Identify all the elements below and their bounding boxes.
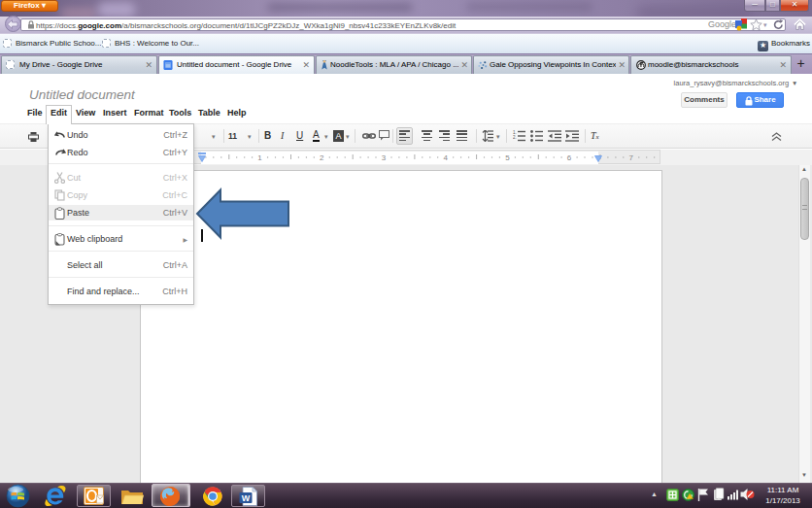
- svg-text:6: 6: [567, 153, 572, 162]
- svg-text:4: 4: [443, 153, 448, 162]
- svg-text:1: 1: [257, 153, 262, 162]
- svg-text:7: 7: [629, 153, 634, 162]
- svg-text:2: 2: [320, 153, 324, 162]
- svg-text:5: 5: [505, 153, 510, 162]
- svg-text:3: 3: [382, 153, 387, 162]
- svg-text:2.: 2.: [513, 135, 517, 140]
- svg-text:W: W: [242, 493, 251, 503]
